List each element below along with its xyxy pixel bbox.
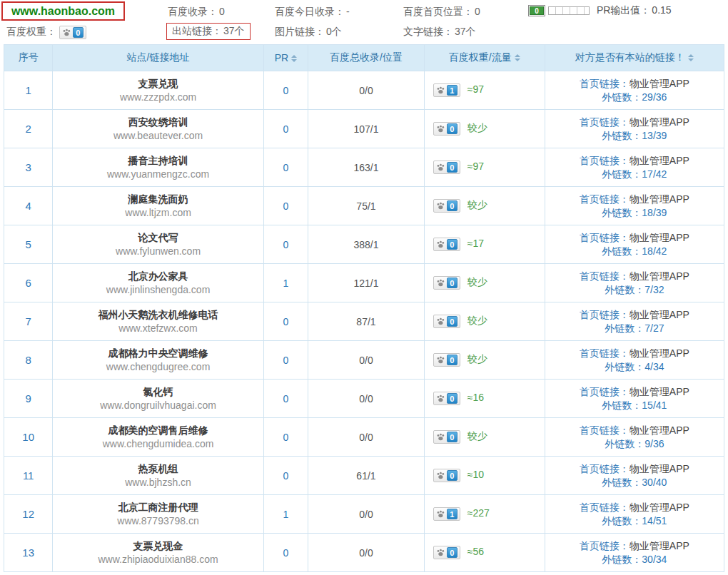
outlink-count-value[interactable]: 18/39 bbox=[642, 207, 667, 218]
outlink-count-label[interactable]: 外链数： bbox=[602, 245, 642, 257]
outlink-count-label[interactable]: 外链数： bbox=[605, 322, 644, 334]
site-domain-link[interactable]: www.chengdugree.com bbox=[53, 360, 263, 374]
outlink-count-label[interactable]: 外链数： bbox=[602, 168, 642, 180]
outlink-count-label[interactable]: 外链数： bbox=[602, 91, 642, 103]
site-domain-link[interactable]: www.chengdumidea.com bbox=[53, 437, 263, 451]
outlink-count-link[interactable]: 外链数：18/39 bbox=[545, 206, 724, 220]
home-link-label[interactable]: 首页链接： bbox=[580, 193, 630, 205]
outlink-count-link[interactable]: 外链数：9/36 bbox=[545, 437, 724, 451]
site-domain-link[interactable]: www.ltjzm.com bbox=[53, 206, 263, 220]
outlink-count-value[interactable]: 17/42 bbox=[642, 168, 667, 180]
pr-value-link[interactable]: 0 bbox=[263, 71, 308, 110]
outlink-count-link[interactable]: 外链数：30/40 bbox=[545, 476, 724, 489]
home-link-anchor-text: 物业管理APP bbox=[630, 78, 689, 89]
home-link-label[interactable]: 首页链接： bbox=[580, 424, 630, 436]
outlink-count-label[interactable]: 外链数： bbox=[602, 515, 642, 526]
site-domain-link[interactable]: www.beautever.com bbox=[53, 129, 263, 143]
baidu-weight-badge: 0 bbox=[433, 199, 460, 213]
home-link-label[interactable]: 首页链接： bbox=[580, 270, 630, 282]
home-link-label[interactable]: 首页链接： bbox=[580, 309, 630, 320]
table-row: 11 热泵机组 www.bjhzsh.cn 0 61/1 0 ≈10 首页链接：… bbox=[4, 457, 724, 495]
outlink-count-value[interactable]: 4/34 bbox=[644, 361, 664, 372]
site-cell: 澜庭集洗面奶 www.ltjzm.com bbox=[53, 187, 263, 225]
backlink-cell: 首页链接：物业管理APP 外链数：18/42 bbox=[545, 225, 724, 264]
pr-value-link[interactable]: 1 bbox=[263, 495, 308, 534]
pr-value-link[interactable]: 0 bbox=[263, 534, 308, 572]
outlink-count-value[interactable]: 7/27 bbox=[644, 322, 664, 334]
header-pr-sortable[interactable]: PR bbox=[263, 45, 308, 71]
baidu-weight-badge: 0 bbox=[433, 392, 460, 405]
outlink-count-link[interactable]: 外链数：15/41 bbox=[545, 399, 724, 412]
pr-value-link[interactable]: 0 bbox=[263, 418, 308, 457]
home-link-label[interactable]: 首页链接： bbox=[580, 155, 630, 166]
outlink-count-link[interactable]: 外链数：29/36 bbox=[545, 91, 724, 104]
home-link-label[interactable]: 首页链接： bbox=[580, 347, 630, 359]
home-link-label[interactable]: 首页链接： bbox=[580, 232, 630, 243]
outlink-count-label[interactable]: 外链数： bbox=[605, 284, 644, 295]
pr-value-link[interactable]: 0 bbox=[263, 110, 308, 148]
outlink-count-value[interactable]: 18/42 bbox=[642, 245, 667, 257]
home-link-label[interactable]: 首页链接： bbox=[580, 78, 630, 89]
outlink-count-label[interactable]: 外链数： bbox=[602, 130, 642, 141]
home-link-label[interactable]: 首页链接： bbox=[580, 463, 630, 474]
pr-value-link[interactable]: 0 bbox=[263, 380, 308, 418]
outlink-count-value[interactable]: 30/40 bbox=[642, 477, 667, 488]
pr-value-link[interactable]: 0 bbox=[263, 187, 308, 225]
sort-icon[interactable] bbox=[515, 54, 520, 61]
outlink-count-value[interactable]: 7/32 bbox=[644, 284, 664, 295]
table-row: 3 播音主持培训 www.yuanmengzc.com 0 163/1 0 ≈9… bbox=[4, 148, 724, 187]
stat-pr-output: 0 PR输出值：0.15 bbox=[528, 4, 672, 17]
outlink-count-label[interactable]: 外链数： bbox=[605, 361, 644, 372]
pr-bar-value-box: 0 bbox=[528, 5, 545, 16]
site-domain-link[interactable]: www.bjhzsh.cn bbox=[53, 476, 263, 489]
outlink-count-link[interactable]: 外链数：18/42 bbox=[545, 245, 724, 258]
home-link-anchor-text: 物业管理APP bbox=[630, 155, 689, 166]
site-domain-link[interactable]: www.jinlinshengda.com bbox=[53, 283, 263, 297]
pr-value-link[interactable]: 0 bbox=[263, 457, 308, 495]
site-domain-link[interactable]: www.zzzpdx.com bbox=[53, 91, 263, 104]
home-link-label[interactable]: 首页链接： bbox=[580, 386, 630, 397]
outlink-count-value[interactable]: 29/36 bbox=[642, 91, 667, 103]
site-cell: 北京办公家具 www.jinlinshengda.com bbox=[53, 264, 263, 302]
home-link-label[interactable]: 首页链接： bbox=[580, 540, 630, 551]
outlink-count-label[interactable]: 外链数： bbox=[602, 477, 642, 488]
outlink-count-link[interactable]: 外链数：14/51 bbox=[545, 514, 724, 528]
site-domain-link[interactable]: www.zhipiaoduixian88.com bbox=[53, 553, 263, 566]
site-domain-link[interactable]: www.87793798.cn bbox=[53, 514, 263, 528]
home-link-label[interactable]: 首页链接： bbox=[580, 502, 630, 513]
outlink-count-label[interactable]: 外链数： bbox=[602, 554, 642, 565]
site-domain-link[interactable]: www.dongruilvhuagai.com bbox=[53, 399, 263, 412]
outlink-count-link[interactable]: 外链数：17/42 bbox=[545, 168, 724, 181]
header-weight-sortable[interactable]: 百度权重/流量 bbox=[424, 45, 545, 71]
site-title: 成都格力中央空调维修 bbox=[53, 347, 263, 360]
outlink-count-link[interactable]: 外链数：13/39 bbox=[545, 129, 724, 143]
site-cell: 成都格力中央空调维修 www.chengdugree.com bbox=[53, 341, 263, 380]
outlink-count-link[interactable]: 外链数：7/27 bbox=[545, 322, 724, 335]
outlink-count-value[interactable]: 13/39 bbox=[642, 130, 667, 141]
site-domain-link[interactable]: www.yuanmengzc.com bbox=[53, 168, 263, 181]
pr-value-link[interactable]: 0 bbox=[263, 341, 308, 380]
outlink-count-label[interactable]: 外链数： bbox=[602, 400, 642, 411]
outlink-count-label[interactable]: 外链数： bbox=[605, 438, 644, 449]
backlink-cell: 首页链接：物业管理APP 外链数：14/51 bbox=[545, 495, 724, 534]
pr-value-link[interactable]: 0 bbox=[263, 225, 308, 264]
sort-icon[interactable] bbox=[291, 55, 297, 62]
table-row: 6 北京办公家具 www.jinlinshengda.com 1 121/1 0… bbox=[4, 264, 724, 302]
header-backlink-sortable[interactable]: 对方是否有本站的链接！ bbox=[545, 45, 724, 71]
sort-icon[interactable] bbox=[688, 54, 694, 61]
outlink-count-link[interactable]: 外链数：4/34 bbox=[545, 360, 724, 374]
site-domain-link[interactable]: www.fylunwen.com bbox=[53, 245, 263, 258]
site-domain-link[interactable]: www.xtefzwx.com bbox=[53, 322, 263, 335]
pr-value-link[interactable]: 0 bbox=[263, 302, 308, 341]
pr-value-link[interactable]: 0 bbox=[263, 148, 308, 187]
outlink-count-value[interactable]: 30/34 bbox=[642, 554, 667, 565]
outlink-count-link[interactable]: 外链数：7/32 bbox=[545, 283, 724, 297]
outlink-count-value[interactable]: 14/51 bbox=[642, 515, 667, 526]
outlink-count-value[interactable]: 9/36 bbox=[644, 438, 664, 449]
home-link-label[interactable]: 首页链接： bbox=[580, 116, 630, 128]
pr-value-link[interactable]: 1 bbox=[263, 264, 308, 302]
outlink-count-value[interactable]: 15/41 bbox=[642, 400, 667, 411]
site-title: 西安纹绣培训 bbox=[53, 116, 263, 129]
outlink-count-link[interactable]: 外链数：30/34 bbox=[545, 553, 724, 566]
outlink-count-label[interactable]: 外链数： bbox=[602, 207, 642, 218]
